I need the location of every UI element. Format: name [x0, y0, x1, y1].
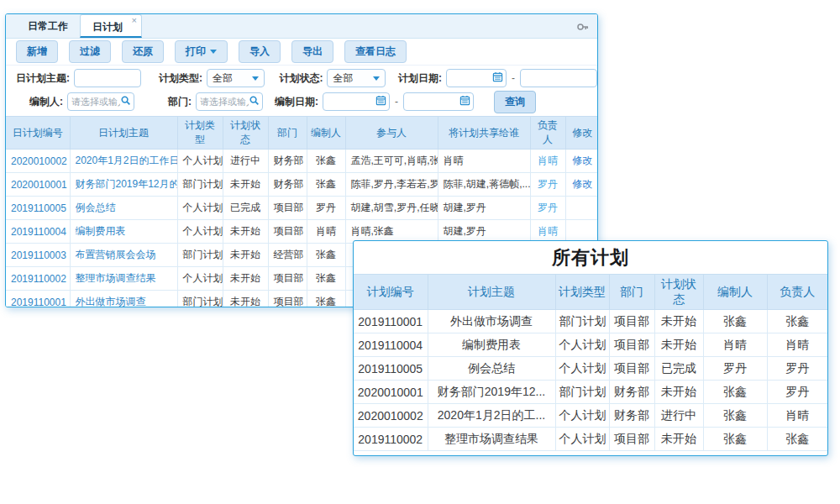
cell-link[interactable]: 整理市场调查结果	[76, 272, 156, 284]
cell: 财务部	[609, 381, 654, 404]
status-label: 计划状态:	[279, 71, 323, 86]
table-row[interactable]: 2019110005例会总结个人计划已完成项目部罗丹胡建,胡雪,罗丹,任晓...…	[6, 197, 598, 220]
cell-link[interactable]: 肖晴	[538, 155, 558, 166]
column-header[interactable]: 日计划主题	[70, 117, 177, 150]
column-header[interactable]: 计划类型	[555, 275, 609, 310]
column-header[interactable]: 部门	[609, 275, 654, 310]
tab-bar: 日常工作 日计划 ×	[6, 14, 597, 39]
key-icon[interactable]	[576, 20, 590, 34]
cell[interactable]: 2020年1月2日的工作日...	[70, 150, 177, 173]
column-header[interactable]: 将计划共享给谁	[438, 117, 530, 150]
cell-link[interactable]: 罗丹	[538, 202, 558, 213]
toolbar-button-打印[interactable]: 打印	[175, 40, 228, 63]
cell-link[interactable]: 2019110002	[11, 273, 66, 285]
cell-link[interactable]: 2019110003	[11, 249, 66, 261]
cell-link[interactable]: 外出做市场调查	[76, 296, 146, 307]
cell-link[interactable]: 修改	[572, 178, 592, 190]
column-header[interactable]: 编制人	[703, 275, 767, 310]
cell: 张鑫	[703, 381, 767, 404]
cell-link[interactable]: 修改	[572, 155, 592, 166]
column-header[interactable]: 计划编号	[354, 275, 428, 310]
table-row[interactable]: 20200100022020年1月2日的工作日...个人计划进行中财务部张鑫孟浩…	[6, 150, 598, 173]
cell[interactable]: 修改	[565, 150, 598, 173]
subject-input[interactable]	[74, 69, 141, 87]
cell[interactable]: 外出做市场调查	[70, 291, 177, 308]
search-button[interactable]: 查询	[494, 91, 536, 113]
cell[interactable]: 2019110001	[6, 291, 70, 308]
column-header[interactable]: 部门	[268, 117, 307, 150]
table-row[interactable]: 2019110001外出做市场调查部门计划项目部未开始张鑫张鑫	[354, 310, 827, 333]
cell: 进行中	[223, 150, 268, 173]
cell[interactable]: 2019110005	[6, 197, 70, 220]
type-select[interactable]: 全部	[207, 69, 265, 87]
toolbar-button-导入[interactable]: 导入	[239, 40, 281, 63]
creator-input[interactable]	[67, 92, 134, 111]
cell[interactable]: 2019110003	[6, 244, 70, 267]
tab-daily-work[interactable]: 日常工作	[16, 14, 80, 38]
table-row[interactable]: 2020010001财务部门2019年12月的...部门计划未开始财务部张鑫陈菲…	[6, 173, 598, 197]
toolbar-button-新增[interactable]: 新增	[16, 40, 58, 63]
cell-link[interactable]: 财务部门2019年12月的...	[76, 178, 178, 190]
cell-link[interactable]: 2019110004	[11, 226, 66, 238]
cell-link[interactable]: 2019110005	[11, 202, 66, 214]
table-row[interactable]: 2019110004编制费用表个人计划项目部未开始肖晴肖晴	[354, 333, 827, 357]
cell: 陈菲,胡建,蒋德帧,...	[438, 173, 530, 197]
cell[interactable]: 罗丹	[530, 197, 565, 220]
cell-link[interactable]: 2019110001	[11, 297, 66, 308]
tab-daily-plan[interactable]: 日计划 ×	[80, 14, 142, 38]
toolbar-button-还原[interactable]: 还原	[122, 40, 164, 63]
toolbar-button-导出[interactable]: 导出	[291, 40, 333, 63]
column-header[interactable]: 计划状态	[223, 117, 268, 150]
toolbar-button-过滤[interactable]: 过滤	[69, 40, 111, 63]
column-header[interactable]: 参与人	[345, 117, 438, 150]
column-header[interactable]: 负责人	[767, 275, 827, 310]
cell-link[interactable]: 2020010002	[11, 155, 67, 167]
cell: 项目部	[609, 428, 654, 451]
cell[interactable]: 2019110002	[6, 267, 70, 291]
plan-date-from-input[interactable]	[446, 69, 507, 87]
dept-input[interactable]	[196, 92, 263, 111]
column-header[interactable]: 计划主题	[428, 275, 555, 310]
cell-link[interactable]: 例会总结	[76, 202, 116, 213]
table-row[interactable]: 2019110005例会总结个人计划项目部已完成罗丹罗丹	[354, 357, 827, 381]
column-header[interactable]: 计划状态	[654, 275, 703, 310]
cell-link[interactable]: 布置营销展会会场	[76, 249, 156, 260]
cell[interactable]: 肖晴	[530, 150, 565, 173]
creator-label: 编制人:	[29, 95, 63, 109]
toolbar-button-查看日志[interactable]: 查看日志	[344, 40, 407, 63]
cell[interactable]: 例会总结	[70, 197, 177, 220]
cell[interactable]: 罗丹	[530, 173, 565, 197]
cell[interactable]: 布置营销展会会场	[70, 244, 177, 267]
cell: 个人计划	[177, 267, 223, 291]
create-date-from-input[interactable]	[323, 92, 390, 111]
plan-date-to-input[interactable]	[520, 69, 597, 87]
cell: 孟浩,王可可,肖晴,张鑫	[345, 150, 438, 173]
table-row[interactable]: 2020010001财务部门2019年12...部门计划财务部未开始张鑫罗丹	[354, 381, 827, 404]
column-header[interactable]: 编制人	[307, 117, 345, 150]
cell-link[interactable]: 肖晴	[538, 225, 558, 237]
column-header[interactable]: 日计划编号	[6, 117, 70, 150]
column-header[interactable]: 计划类型	[177, 117, 223, 150]
create-date-to-input[interactable]	[403, 92, 474, 111]
table-row[interactable]: 2019110002整理市场调查结果个人计划项目部未开始张鑫张鑫	[354, 428, 827, 451]
cell[interactable]: 2019110004	[6, 220, 70, 244]
cell: 项目部	[268, 267, 307, 291]
column-header[interactable]: 修改	[565, 117, 598, 150]
cell[interactable]: 编制费用表	[70, 220, 177, 244]
cell[interactable]: 整理市场调查结果	[70, 267, 177, 291]
cell[interactable]: 修改	[565, 173, 598, 197]
cell[interactable]: 2020010002	[6, 150, 70, 173]
cell-link[interactable]: 2020010001	[11, 179, 67, 191]
cell: 进行中	[654, 404, 703, 428]
cell[interactable]: 2020010001	[6, 173, 70, 197]
status-select[interactable]: 全部	[327, 69, 385, 87]
table-row[interactable]: 20200100022020年1月2日的工...个人计划财务部进行中张鑫肖晴	[354, 404, 827, 428]
cell[interactable]: 财务部门2019年12月的...	[70, 173, 177, 197]
cell: 张鑫	[767, 428, 827, 451]
column-header[interactable]: 负责人	[530, 117, 565, 150]
cell: 2019110002	[354, 428, 428, 451]
cell-link[interactable]: 罗丹	[538, 178, 558, 190]
cell-link[interactable]: 2020年1月2日的工作日...	[76, 155, 178, 166]
cell-link[interactable]: 编制费用表	[76, 225, 126, 237]
close-icon[interactable]: ×	[132, 16, 137, 25]
